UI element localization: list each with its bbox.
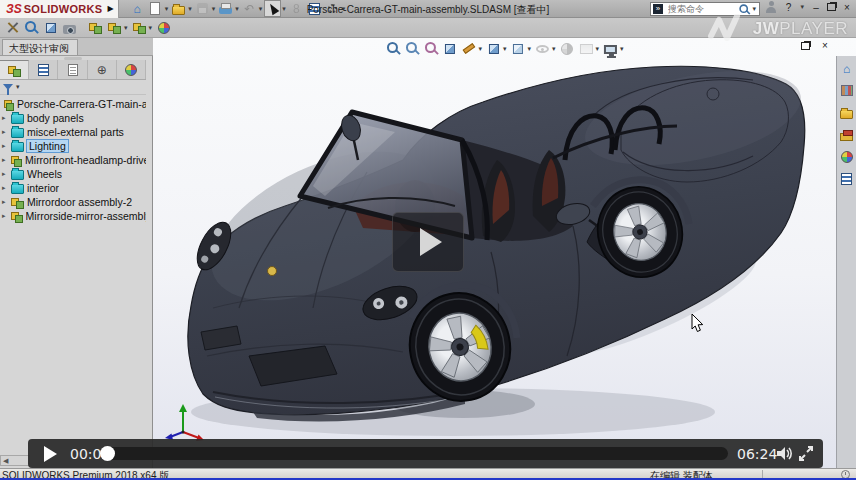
search-icon[interactable] <box>740 4 750 14</box>
expand-arrow-icon[interactable]: ▸ <box>2 128 11 136</box>
car-model <box>153 56 856 468</box>
zoom-fit-icon[interactable] <box>384 40 401 57</box>
expand-arrow-icon[interactable]: ▸ <box>2 156 11 164</box>
tree-item-label: Mirrordoor assembly-2 <box>27 196 132 208</box>
tree-item[interactable]: ▸Mirrordoor assembly-2 <box>0 195 146 209</box>
play-icon <box>420 228 442 256</box>
fullscreen-button[interactable] <box>798 446 814 461</box>
expand-arrow-icon[interactable]: ▸ <box>2 170 11 178</box>
expand-arrow-icon[interactable]: ▸ <box>2 184 11 192</box>
selective-open-icon[interactable] <box>106 19 123 36</box>
featuremanager-tab-icon <box>6 62 23 79</box>
tree-item-label: body panels <box>27 112 84 124</box>
tree-item[interactable]: Porsche-Carrera-GT-main-assembly <box>0 97 146 111</box>
tree-item[interactable]: ▸Mirrorfront-headlamp-driver-as <box>0 153 146 167</box>
large-design-review-toolbar: ▾▾ <box>0 18 856 38</box>
login-icon[interactable] <box>765 1 777 13</box>
undo-button[interactable]: ↶ <box>241 0 258 17</box>
folder-icon <box>11 184 24 194</box>
previous-view-icon[interactable] <box>422 40 439 57</box>
restore-button[interactable] <box>827 3 836 11</box>
folder-icon <box>11 142 24 152</box>
tree-item[interactable]: ▸body panels <box>0 111 146 125</box>
section-view-icon[interactable] <box>441 40 458 57</box>
open-document-button[interactable] <box>170 0 187 17</box>
expand-arrow-icon[interactable]: ▸ <box>2 198 11 206</box>
displaymanager-tab[interactable] <box>117 60 146 79</box>
select-button[interactable] <box>264 0 281 17</box>
titlebar: ЗS SOLIDWORKS ▶ ⌂▾▾▾▾↶▾▾8▾ Porsche-Carre… <box>0 0 856 18</box>
model-3d-view <box>153 56 856 468</box>
rebuild-button[interactable]: 8 <box>288 0 305 17</box>
search-badge-icon: » <box>653 4 663 14</box>
home-button[interactable]: ⌂ <box>129 0 146 17</box>
document-window-controls: × <box>801 40 832 51</box>
play-button[interactable] <box>44 446 57 462</box>
open-in-position-icon[interactable] <box>131 19 148 36</box>
command-search[interactable]: » ▾ <box>650 2 760 16</box>
minimize-button[interactable]: – <box>809 2 823 13</box>
search-input[interactable] <box>666 3 736 15</box>
save-button[interactable] <box>194 0 211 17</box>
help-button[interactable]: ? <box>781 2 795 13</box>
expand-arrow-icon[interactable]: ▸ <box>2 142 11 150</box>
tree-item[interactable]: ▸miscel-external parts <box>0 125 146 139</box>
review-tools-icon[interactable] <box>4 19 21 36</box>
tree-item[interactable]: ▸interior <box>0 181 146 195</box>
print-button[interactable] <box>217 0 234 17</box>
tab-large-design-review[interactable]: 大型设计审阅 <box>2 39 78 55</box>
featuremanager-panel: ⊕ ▾ Porsche-Carrera-GT-main-assembly▸bod… <box>0 56 153 468</box>
section-view-icon[interactable] <box>42 19 59 36</box>
tree-item[interactable]: ▸Wheels <box>0 167 146 181</box>
tree-item[interactable]: ▸Mirrorside-mirror-assembly-2 <box>0 209 146 223</box>
zoom-area-icon[interactable] <box>403 40 420 57</box>
expand-arrow-icon[interactable]: ▸ <box>2 114 11 122</box>
heads-up-view-toolbar: ▾▾▾▾▾▾ <box>384 40 624 57</box>
view-settings-icon[interactable] <box>602 40 619 57</box>
propertymanager-tab[interactable] <box>29 60 58 79</box>
expand-arrow-icon[interactable]: ▸ <box>2 212 11 220</box>
configurationmanager-tab[interactable] <box>58 60 87 79</box>
horizontal-scrollbar[interactable]: ◀ <box>0 455 30 466</box>
graphics-area[interactable]: ▾▾▾▾▾▾ × ⌂ <box>153 38 856 468</box>
player-control-bar: 00:02 06:24 <box>28 439 823 468</box>
home-snapshot-icon[interactable] <box>87 19 104 36</box>
display-style-icon[interactable] <box>509 40 526 57</box>
propertymanager-tab-icon <box>35 61 52 78</box>
video-frame: ЗS SOLIDWORKS ▶ ⌂▾▾▾▾↶▾▾8▾ Porsche-Carre… <box>0 0 856 480</box>
big-play-button[interactable] <box>392 212 464 272</box>
logo-expand-arrow[interactable]: ▶ <box>108 4 114 13</box>
assembly-icon <box>11 154 22 167</box>
measure-icon[interactable] <box>460 40 477 57</box>
tree-item[interactable]: ▸Lighting <box>0 139 146 153</box>
edit-appearance-icon[interactable] <box>559 40 576 57</box>
edit-component-icon[interactable] <box>155 19 172 36</box>
tree-item-label: Lighting <box>26 139 69 153</box>
new-document-button[interactable] <box>147 0 164 17</box>
folder-icon <box>11 128 24 138</box>
duration-time: 06:24 <box>737 446 777 462</box>
apply-scene-icon[interactable] <box>578 40 595 57</box>
snapshot-icon[interactable] <box>61 19 78 36</box>
dimxpert-tab[interactable]: ⊕ <box>88 60 117 79</box>
folder-icon <box>11 114 24 124</box>
doc-close-button[interactable]: × <box>818 40 832 51</box>
tree-item-label: interior <box>27 182 59 194</box>
tree-item-label: miscel-external parts <box>27 126 124 138</box>
progress-knob[interactable] <box>100 446 115 461</box>
volume-button[interactable] <box>776 446 795 461</box>
folder-icon <box>11 170 24 180</box>
mouse-cursor <box>692 314 703 332</box>
document-title: Porsche-Carrera-GT-main-assembly.SLDASM … <box>307 3 550 17</box>
configurationmanager-tab-icon <box>64 61 81 78</box>
doc-restore-button[interactable] <box>801 42 810 50</box>
featuremanager-tab[interactable] <box>0 60 29 79</box>
tree-item-label: Wheels <box>27 168 62 180</box>
progress-track[interactable] <box>102 447 728 460</box>
hide-show-items-icon[interactable] <box>534 40 551 57</box>
view-orientation-icon[interactable] <box>485 40 502 57</box>
tree-filter[interactable]: ▾ <box>0 80 146 95</box>
close-button[interactable]: × <box>840 2 854 13</box>
measure-icon[interactable] <box>23 19 40 36</box>
ds-logo-mark: ЗS <box>6 2 22 16</box>
